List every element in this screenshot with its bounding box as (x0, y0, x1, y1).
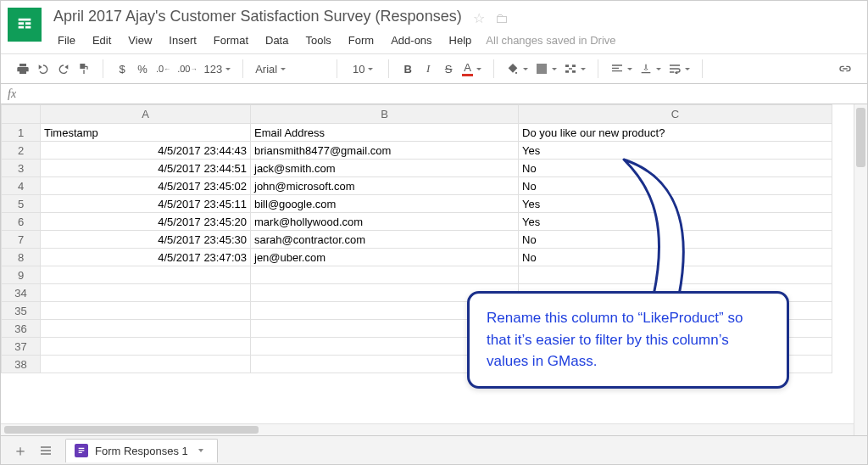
row-header[interactable]: 3 (2, 160, 41, 177)
save-status: All changes saved in Drive (486, 34, 615, 47)
row-header[interactable]: 1 (2, 124, 41, 142)
row-header[interactable]: 34 (2, 284, 41, 302)
cell[interactable]: 4/5/2017 23:45:11 (41, 195, 251, 213)
sheet-tab-form-responses[interactable]: Form Responses 1 (65, 439, 218, 462)
insert-link-button[interactable] (835, 59, 855, 79)
print-button[interactable] (13, 59, 33, 79)
text-color-button[interactable]: A (459, 59, 485, 79)
format-currency-button[interactable]: $ (112, 59, 132, 79)
menu-tools[interactable]: Tools (298, 31, 338, 50)
menu-help[interactable]: Help (442, 31, 480, 50)
row-header[interactable]: 6 (2, 213, 41, 231)
cell[interactable]: Yes (519, 213, 832, 231)
row-header[interactable]: 7 (2, 231, 41, 249)
cell[interactable]: 4/5/2017 23:47:03 (41, 249, 251, 266)
paint-format-button[interactable] (74, 59, 94, 79)
inc-decimal-button[interactable]: .00→ (174, 59, 200, 79)
menu-file[interactable]: File (50, 31, 83, 50)
format-percent-button[interactable]: % (132, 59, 153, 79)
cell[interactable]: 4/5/2017 23:45:02 (41, 177, 251, 195)
dec-decimal-button[interactable]: .0← (153, 59, 174, 79)
wrap-button[interactable] (665, 59, 693, 79)
row-header[interactable]: 36 (2, 320, 41, 338)
italic-button[interactable]: I (418, 59, 438, 79)
star-icon[interactable]: ☆ (473, 11, 485, 25)
table-row: 9 (2, 266, 832, 284)
paint-format-icon (77, 62, 91, 76)
menu-insert[interactable]: Insert (161, 31, 204, 50)
cell[interactable]: Yes (519, 142, 832, 160)
print-icon (16, 62, 30, 76)
menu-addons[interactable]: Add-ons (383, 31, 439, 50)
add-sheet-button[interactable]: ＋ (8, 440, 33, 462)
row-header[interactable]: 38 (2, 356, 41, 373)
row-header[interactable]: 4 (2, 177, 41, 195)
sheets-logo[interactable] (8, 8, 42, 42)
cell[interactable] (519, 266, 832, 284)
cell[interactable]: 4/5/2017 23:44:51 (41, 160, 251, 177)
halign-button[interactable] (607, 59, 636, 79)
cell[interactable]: 4/5/2017 23:44:43 (41, 142, 251, 160)
strike-button[interactable]: S (438, 59, 459, 79)
cell[interactable] (41, 284, 251, 302)
bold-button[interactable]: B (398, 59, 418, 79)
menu-data[interactable]: Data (258, 31, 296, 50)
cell[interactable] (41, 356, 251, 373)
row-header[interactable]: 5 (2, 195, 41, 213)
menu-view[interactable]: View (120, 31, 159, 50)
cell[interactable]: Timestamp (41, 124, 251, 142)
cell[interactable]: mark@hollywood.com (251, 213, 519, 231)
row-header[interactable]: 35 (2, 302, 41, 320)
undo-button[interactable] (33, 59, 53, 79)
col-header-b[interactable]: B (251, 105, 519, 124)
cell[interactable]: sarah@contractor.com (251, 231, 519, 249)
row-header[interactable]: 2 (2, 142, 41, 160)
cell[interactable] (41, 302, 251, 320)
valign-button[interactable] (636, 59, 665, 79)
menu-format[interactable]: Format (206, 31, 256, 50)
menu-form[interactable]: Form (341, 31, 381, 50)
cell[interactable]: No (519, 177, 832, 195)
menu-edit[interactable]: Edit (85, 31, 119, 50)
cell[interactable] (251, 266, 519, 284)
cell[interactable] (41, 338, 251, 356)
merge-button[interactable] (560, 59, 589, 79)
callout-text: Rename this column to “LikeProduct” so t… (487, 310, 743, 369)
cell[interactable]: Do you like our new product? (519, 124, 832, 142)
vertical-scrollbar[interactable] (854, 104, 867, 435)
row-header[interactable]: 8 (2, 249, 41, 266)
cell[interactable] (41, 320, 251, 338)
table-row: 24/5/2017 23:44:43briansmith8477@gmail.c… (2, 142, 832, 160)
cell[interactable]: Email Address (251, 124, 519, 142)
number-format-dropdown[interactable]: 123 (200, 59, 234, 79)
cell[interactable]: 4/5/2017 23:45:30 (41, 231, 251, 249)
cell[interactable]: john@microsoft.com (251, 177, 519, 195)
cell[interactable]: No (519, 160, 832, 177)
cell[interactable]: No (519, 231, 832, 249)
cell[interactable]: briansmith8477@gmail.com (251, 142, 519, 160)
row-header[interactable]: 9 (2, 266, 41, 284)
cell[interactable]: 4/5/2017 23:45:20 (41, 213, 251, 231)
col-header-a[interactable]: A (41, 105, 251, 124)
cell[interactable]: jack@smith.com (251, 160, 519, 177)
cell[interactable]: No (519, 249, 832, 266)
sheet-tab-label: Form Responses 1 (95, 445, 188, 457)
redo-button[interactable] (53, 59, 74, 79)
all-sheets-button[interactable] (33, 440, 58, 462)
font-size-dropdown[interactable]: 10 (346, 59, 380, 79)
col-header-c[interactable]: C (519, 105, 832, 124)
folder-icon[interactable]: 🗀 (495, 11, 509, 25)
cell[interactable] (41, 266, 251, 284)
doc-title[interactable]: April 2017 Ajay's Customer Satisfaction … (50, 6, 465, 27)
horizontal-scrollbar[interactable] (1, 423, 854, 435)
formula-bar[interactable]: fx (1, 84, 867, 104)
row-header[interactable]: 37 (2, 338, 41, 356)
cell[interactable]: Yes (519, 195, 832, 213)
select-all-corner[interactable] (2, 105, 41, 124)
cell[interactable]: bill@google.com (251, 195, 519, 213)
font-name-dropdown[interactable]: Arial (252, 59, 328, 79)
cell[interactable]: jen@uber.com (251, 249, 519, 266)
fill-color-button[interactable] (503, 59, 531, 79)
sheet-tab-menu-icon[interactable] (198, 449, 203, 452)
borders-button[interactable] (531, 59, 560, 79)
